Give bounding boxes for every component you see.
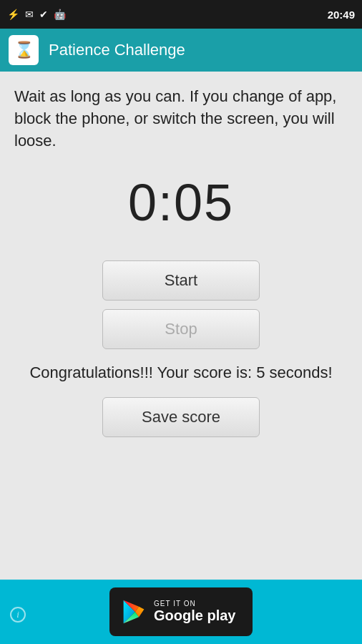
google-play-name: Google play [154,608,235,624]
info-icon[interactable]: i [10,607,26,623]
save-score-button[interactable]: Save score [102,397,260,437]
google-play-text: GET IT ON Google play [154,600,235,624]
android-icon: 🤖 [54,9,66,20]
score-text: Congratulations!!! Your score is: 5 seco… [29,362,332,384]
status-bar: ⚡ ✉ ✔ 🤖 20:49 [0,0,362,29]
play-icon [121,599,147,625]
usb-icon: ⚡ [7,9,19,20]
main-content: Wait as long as you can. If you change o… [0,72,362,437]
google-play-badge[interactable]: GET IT ON Google play [109,587,253,636]
google-play-logo [121,599,147,625]
stop-button[interactable]: Stop [102,309,260,349]
button-container: Start Stop [14,260,348,349]
google-play-banner[interactable]: GET IT ON Google play i [0,580,362,644]
hourglass-icon: ⌛ [14,41,34,59]
app-bar: ⌛ Patience Challenge [0,29,362,72]
timer-display: 0:05 [128,173,234,232]
app-title: Patience Challenge [49,41,185,59]
app-icon: ⌛ [9,35,39,65]
check-icon: ✔ [39,9,48,20]
status-icons: ⚡ ✉ ✔ 🤖 [7,9,66,20]
message-icon: ✉ [25,9,34,20]
get-it-on-text: GET IT ON [154,600,235,608]
description-text: Wait as long as you can. If you change o… [14,86,348,152]
status-time: 20:49 [328,9,355,21]
start-button[interactable]: Start [102,260,260,301]
